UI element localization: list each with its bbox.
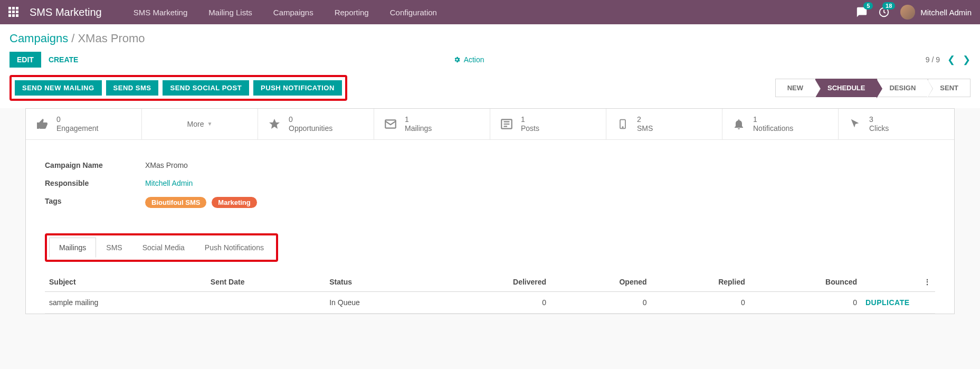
top-nav: SMS Marketing SMS Marketing Mailing List…: [0, 0, 980, 24]
stat-opportunities[interactable]: 0Opportunities: [258, 109, 374, 139]
stat-buttons-row: 0Engagement More ▼ 0Opportunities 1Maili…: [26, 109, 954, 140]
envelope-icon: [384, 117, 397, 131]
tab-sms[interactable]: SMS: [96, 238, 132, 258]
tab-push-notifications[interactable]: Push Notifications: [195, 238, 274, 258]
user-name[interactable]: Mitchell Admin: [920, 8, 972, 17]
tags-value: Bioutifoul SMS Marketing: [145, 197, 260, 208]
pager-text: 9 / 9: [926, 55, 940, 64]
table-row[interactable]: sample mailing In Queue 0 0 0 0 DUPLICAT…: [45, 291, 935, 313]
col-status[interactable]: Status: [325, 272, 434, 292]
mailings-table: Subject Sent Date Status Delivered Opene…: [45, 272, 935, 314]
send-sms-button[interactable]: SEND SMS: [106, 80, 159, 96]
cursor-icon: [848, 117, 862, 131]
caret-down-icon: ▼: [207, 121, 213, 127]
push-notification-button[interactable]: PUSH NOTIFICATION: [253, 80, 342, 96]
pager-next-icon[interactable]: ❯: [963, 54, 971, 65]
duplicate-button[interactable]: DUPLICATE: [865, 298, 910, 307]
breadcrumb-current: XMas Promo: [78, 32, 145, 45]
create-button[interactable]: CREATE: [41, 52, 86, 68]
nav-configuration[interactable]: Configuration: [379, 8, 448, 17]
step-design[interactable]: DESIGN: [877, 79, 928, 97]
user-avatar[interactable]: [900, 5, 915, 20]
col-subject[interactable]: Subject: [45, 272, 206, 292]
breadcrumb: Campaigns/XMas Promo: [9, 32, 971, 45]
breadcrumb-row: Campaigns/XMas Promo: [0, 24, 980, 45]
col-replied[interactable]: Replied: [651, 272, 749, 292]
cell-status: In Queue: [325, 291, 434, 313]
responsible-value[interactable]: Mitchell Admin: [145, 179, 193, 187]
form-fields: Campaign Name XMas Promo Responsible Mit…: [26, 140, 954, 233]
tags-label: Tags: [45, 197, 145, 208]
app-brand[interactable]: SMS Marketing: [30, 6, 102, 18]
step-schedule[interactable]: SCHEDULE: [815, 79, 878, 97]
cell-opened: 0: [550, 291, 651, 313]
send-social-post-button[interactable]: SEND SOCIAL POST: [163, 80, 249, 96]
responsible-label: Responsible: [45, 179, 145, 187]
cell-replied: 0: [651, 291, 749, 313]
mobile-icon: [616, 117, 630, 131]
stat-clicks[interactable]: 3Clicks: [839, 109, 954, 139]
status-bar: SEND NEW MAILING SEND SMS SEND SOCIAL PO…: [0, 75, 980, 108]
control-bar: EDIT CREATE Action 9 / 9 ❮ ❯: [0, 45, 980, 75]
activities-badge: 18: [882, 2, 895, 10]
nav-reporting[interactable]: Reporting: [324, 8, 379, 17]
breadcrumb-parent[interactable]: Campaigns: [9, 32, 68, 45]
stat-posts[interactable]: 1Posts: [490, 109, 606, 139]
apps-menu-icon[interactable]: [8, 7, 19, 17]
nav-mailing-lists[interactable]: Mailing Lists: [198, 8, 263, 17]
pager: 9 / 9 ❮ ❯: [926, 54, 971, 65]
tab-social-media[interactable]: Social Media: [132, 238, 195, 258]
campaign-name-label: Campaign Name: [45, 161, 145, 169]
status-steps: NEW SCHEDULE DESIGN SENT: [775, 79, 971, 97]
tag-marketing[interactable]: Marketing: [212, 197, 256, 208]
star-icon: [268, 117, 281, 131]
action-label: Action: [464, 55, 484, 64]
campaign-name-value: XMas Promo: [145, 161, 188, 169]
cell-sent-date: [206, 291, 325, 313]
stat-notifications[interactable]: 1Notifications: [722, 109, 839, 139]
svg-point-4: [622, 127, 623, 128]
cell-subject: sample mailing: [45, 291, 206, 313]
bell-icon: [732, 117, 746, 131]
action-dropdown[interactable]: Action: [453, 55, 484, 64]
stat-engagement[interactable]: 0Engagement: [26, 109, 142, 139]
pager-prev-icon[interactable]: ❮: [947, 54, 955, 65]
stat-mailings[interactable]: 1Mailings: [374, 109, 490, 139]
col-bounced[interactable]: Bounced: [749, 272, 861, 292]
stat-sms[interactable]: 2SMS: [606, 109, 722, 139]
highlighted-tabs: Mailings SMS Social Media Push Notificat…: [45, 233, 278, 262]
edit-button[interactable]: EDIT: [9, 52, 41, 68]
col-opened[interactable]: Opened: [550, 272, 651, 292]
messaging-icon[interactable]: 5: [856, 6, 868, 18]
cell-bounced: 0: [749, 291, 861, 313]
newspaper-icon: [500, 117, 513, 131]
step-sent[interactable]: SENT: [928, 79, 971, 97]
options-icon[interactable]: ⋮: [924, 278, 931, 286]
tab-mailings[interactable]: Mailings: [49, 238, 96, 258]
nav-sms-marketing[interactable]: SMS Marketing: [123, 8, 198, 17]
step-new[interactable]: NEW: [775, 79, 815, 97]
activities-icon[interactable]: 18: [878, 6, 890, 18]
thumbs-up-icon: [35, 117, 49, 131]
gear-icon: [453, 56, 461, 63]
stat-more[interactable]: More ▼: [142, 109, 258, 139]
tag-bioutifoul-sms[interactable]: Bioutifoul SMS: [145, 197, 206, 208]
form-sheet: 0Engagement More ▼ 0Opportunities 1Maili…: [25, 108, 955, 314]
col-sent-date[interactable]: Sent Date: [206, 272, 325, 292]
messages-badge: 5: [863, 2, 873, 10]
highlighted-action-buttons: SEND NEW MAILING SEND SMS SEND SOCIAL PO…: [9, 75, 347, 101]
col-delivered[interactable]: Delivered: [434, 272, 550, 292]
send-new-mailing-button[interactable]: SEND NEW MAILING: [15, 80, 102, 96]
nav-campaigns[interactable]: Campaigns: [263, 8, 324, 17]
cell-delivered: 0: [434, 291, 550, 313]
